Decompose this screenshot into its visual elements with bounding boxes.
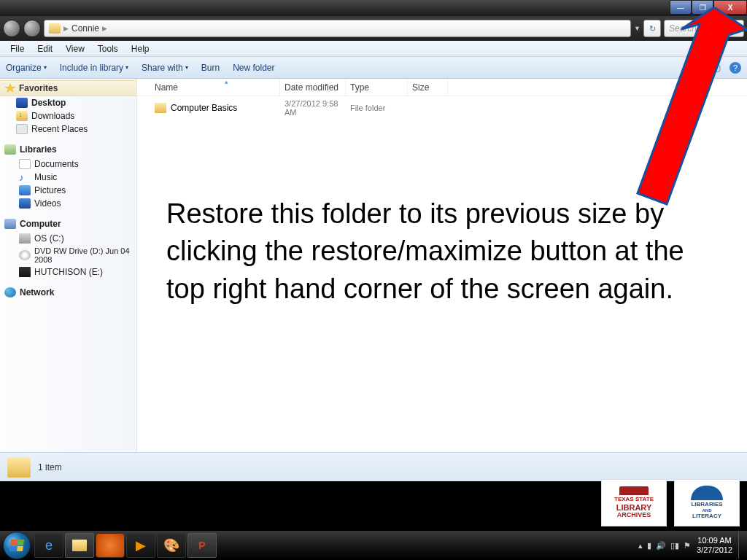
menu-edit[interactable]: Edit [31,42,58,55]
menu-tools[interactable]: Tools [92,42,124,55]
chevron-right-icon: ▶ [63,25,69,32]
column-header-name[interactable]: Name [150,79,280,96]
address-folder-name: Connie [71,23,99,34]
show-desktop-button[interactable] [738,532,744,559]
file-type: File folder [346,104,408,112]
disk-icon [19,233,31,244]
title-bar: — ❐ X [0,0,747,16]
sidebar-item-recent-places[interactable]: Recent Places [0,122,136,136]
forward-button[interactable] [23,20,41,37]
menu-view[interactable]: View [60,42,90,55]
main-area: Favorites Desktop Downloads Recent Place… [0,79,747,452]
close-button[interactable]: X [713,0,747,15]
usb-icon [19,267,31,277]
command-bar: Organize▾ Include in library▾ Share with… [0,57,747,79]
taskbar-powerpoint[interactable]: P [187,533,217,558]
sidebar-computer-header[interactable]: Computer [0,216,136,232]
network-icon [4,287,16,298]
tslac-logo: TEXAS STATE LIBRARY ARCHIVES [601,479,667,526]
column-headers: Name Date modified Type Size [137,79,747,96]
include-in-library-button[interactable]: Include in library▾ [60,63,128,73]
menu-file[interactable]: File [4,42,30,55]
sidebar-item-dvd-d[interactable]: DVD RW Drive (D:) Jun 04 2008 [0,245,136,265]
sidebar-item-downloads[interactable]: Downloads [0,109,136,122]
address-bar[interactable]: ▶ Connie ▶ [44,20,631,37]
preview-pane-button[interactable]: ▢ [711,62,722,74]
back-button[interactable] [3,20,20,37]
refresh-button[interactable]: ↻ [643,20,661,37]
dropdown-icon[interactable]: ▼ [634,25,640,32]
document-icon [19,159,31,169]
chevron-right-icon: ▶ [102,25,107,32]
sidebar-item-music[interactable]: Music [0,171,136,184]
computer-icon [4,219,16,229]
navigation-bar: ▶ Connie ▶ ▼ ↻ Search 🔍 [0,16,747,41]
navigation-pane: Favorites Desktop Downloads Recent Place… [0,79,137,452]
share-with-button[interactable]: Share with▾ [142,63,188,73]
sponsor-logos: TEXAS STATE LIBRARY ARCHIVES LIBRARIES A… [601,479,740,526]
burn-button[interactable]: Burn [201,63,220,73]
organize-button[interactable]: Organize▾ [6,63,47,73]
view-options-button[interactable]: ▦ ▾ [692,62,703,74]
column-header-size[interactable]: Size [408,79,448,96]
column-header-type[interactable]: Type [346,79,408,96]
file-list-pane: Name Date modified Type Size Computer Ba… [137,79,747,452]
search-placeholder: Search [669,23,697,34]
recent-icon [16,124,28,134]
taskbar: e ▶ 🎨 P ▴ ▮ 🔊 ▯▮ ⚑ 10:09 AM 3/27/2012 [0,531,747,560]
sidebar-favorites-header[interactable]: Favorites [0,80,136,96]
sidebar-network-header[interactable]: Network [0,284,136,300]
new-folder-button[interactable]: New folder [233,63,274,73]
downloads-icon [16,111,28,121]
menu-bar: File Edit View Tools Help [0,41,747,57]
sidebar-item-desktop[interactable]: Desktop [0,96,136,109]
minimize-button[interactable]: — [670,0,692,15]
column-header-date[interactable]: Date modified [280,79,346,96]
folder-icon [155,103,166,113]
taskbar-ie[interactable]: e [34,533,63,558]
sidebar-item-hutchison-e[interactable]: HUTCHISON (E:) [0,265,136,279]
folder-icon [49,23,61,34]
tray-network-icon[interactable]: ▯▮ [670,541,679,551]
restore-maximize-button[interactable]: ❐ [692,0,713,15]
start-button[interactable] [3,532,31,559]
status-bar: 1 item [0,452,747,481]
tray-volume-icon[interactable]: 🔊 [656,541,666,551]
tray-clock[interactable]: 10:09 AM 3/27/2012 [697,536,732,555]
libraries-literacy-logo: LIBRARIES AND LITERACY [674,479,740,526]
star-icon [4,83,16,93]
file-date: 3/27/2012 9:58 AM [280,99,346,117]
sidebar-libraries-header[interactable]: Libraries [0,141,136,158]
pictures-icon [19,185,31,195]
sidebar-item-pictures[interactable]: Pictures [0,184,136,197]
tray-battery-icon[interactable]: ▮ [647,541,651,551]
sidebar-item-videos[interactable]: Videos [0,197,136,210]
sidebar-item-documents[interactable]: Documents [0,158,136,171]
libraries-icon [4,144,16,155]
system-tray: ▴ ▮ 🔊 ▯▮ ⚑ 10:09 AM 3/27/2012 [638,532,747,559]
menu-help[interactable]: Help [125,42,155,55]
instruction-text: Restore this folder to its previous size… [166,195,718,308]
sidebar-item-os-c[interactable]: OS (C:) [0,232,136,245]
file-name: Computer Basics [171,103,237,113]
taskbar-media-player[interactable]: ▶ [126,533,155,558]
cd-icon [19,250,31,260]
help-button[interactable]: ? [729,62,741,74]
taskbar-firefox[interactable] [96,533,125,558]
taskbar-paint[interactable]: 🎨 [157,533,186,558]
search-icon: 🔍 [728,23,739,34]
status-text: 1 item [38,462,62,472]
taskbar-explorer[interactable] [65,533,94,558]
music-icon [19,172,31,182]
tray-chevron-up-icon[interactable]: ▴ [638,541,643,551]
videos-icon [19,198,31,209]
folder-icon [7,457,31,478]
tray-flag-icon[interactable]: ⚑ [684,541,691,551]
search-input[interactable]: Search 🔍 [664,20,744,37]
desktop-icon [16,98,28,108]
file-row[interactable]: Computer Basics 3/27/2012 9:58 AM File f… [137,96,747,120]
